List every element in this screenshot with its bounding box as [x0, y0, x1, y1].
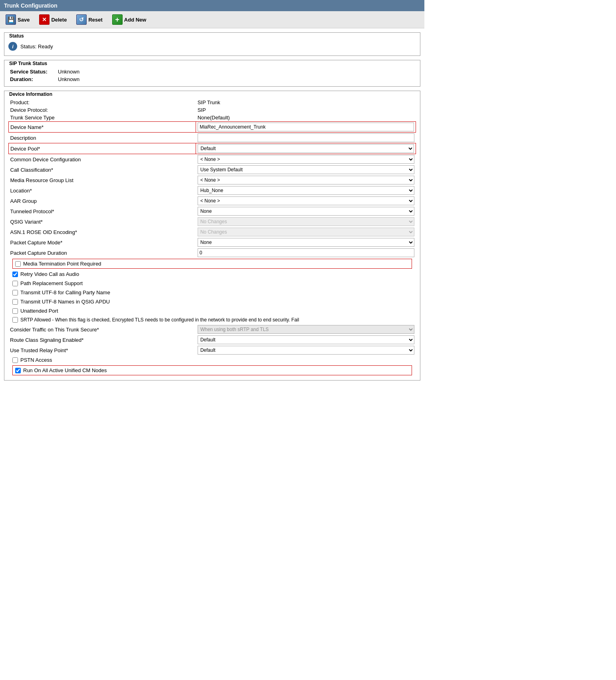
aar-group-row: AAR Group < None >	[9, 196, 416, 206]
qsig-variant-cell: No Changes	[196, 216, 416, 227]
qsig-variant-label: QSIG Variant*	[9, 216, 196, 227]
info-icon: i	[8, 42, 17, 51]
packet-capture-mode-label: Packet Capture Mode*	[9, 237, 196, 248]
trunk-service-type-value: None(Default)	[196, 114, 416, 122]
srtp-label[interactable]: SRTP Allowed - When this flag is checked…	[20, 317, 299, 323]
add-icon: +	[112, 14, 123, 25]
asn1-rose-row: ASN.1 ROSE OID Encoding* No Changes	[9, 227, 416, 237]
packet-capture-mode-cell: None	[196, 237, 416, 248]
srtp-row: SRTP Allowed - When this flag is checked…	[8, 315, 416, 324]
asn1-rose-select[interactable]: No Changes	[198, 228, 414, 236]
path-replacement-checkbox[interactable]	[12, 281, 18, 286]
packet-capture-mode-select[interactable]: None	[198, 238, 414, 247]
media-resource-row: Media Resource Group List < None >	[9, 175, 416, 185]
path-replacement-label[interactable]: Path Replacement Support	[20, 280, 83, 286]
consider-traffic-select[interactable]: When using both sRTP and TLS	[198, 325, 414, 334]
common-device-config-label: Common Device Configuration	[9, 154, 196, 165]
route-class-cell: Default	[196, 335, 416, 345]
aar-group-label: AAR Group	[9, 196, 196, 206]
use-trusted-relay-cell: Default	[196, 345, 416, 355]
packet-capture-duration-input[interactable]	[198, 248, 414, 257]
service-status-value: Unknown	[56, 68, 416, 75]
transmit-utf8-calling-checkbox[interactable]	[12, 290, 18, 295]
media-termination-label[interactable]: Media Termination Point Required	[23, 261, 101, 267]
location-select[interactable]: Hub_None	[198, 186, 414, 195]
product-row: Product: SIP Trunk	[9, 99, 416, 106]
packet-capture-duration-cell	[196, 248, 416, 258]
delete-button[interactable]: ✕ Delete	[38, 14, 68, 26]
route-class-label: Route Class Signaling Enabled*	[8, 335, 196, 345]
aar-group-select[interactable]: < None >	[198, 196, 414, 205]
retry-video-row: Retry Video Call as Audio	[8, 270, 416, 279]
consider-traffic-row: Consider Traffic on This Trunk Secure* W…	[8, 324, 416, 335]
unattended-port-checkbox[interactable]	[12, 308, 18, 314]
save-button[interactable]: 💾 Save	[4, 14, 31, 26]
reset-icon: ↺	[76, 14, 87, 25]
common-device-config-select[interactable]: < None >	[198, 155, 414, 164]
duration-label: Duration:	[8, 75, 56, 83]
use-trusted-relay-select[interactable]: Default	[198, 346, 414, 355]
qsig-variant-select[interactable]: No Changes	[198, 217, 414, 226]
product-value: SIP Trunk	[196, 99, 416, 106]
device-info-table: Product: SIP Trunk Device Protocol: SIP …	[8, 99, 416, 258]
trunk-service-type-label: Trunk Service Type	[9, 114, 196, 122]
use-trusted-relay-row: Use Trusted Relay Point* Default	[8, 345, 416, 355]
service-status-label: Service Status:	[8, 68, 56, 75]
tunneled-protocol-row: Tunneled Protocol* None	[9, 206, 416, 216]
duration-value: Unknown	[56, 75, 416, 83]
delete-icon: ✕	[39, 14, 50, 25]
reset-button[interactable]: ↺ Reset	[75, 14, 104, 26]
device-pool-cell: Default	[196, 143, 416, 154]
packet-capture-duration-label: Packet Capture Duration	[9, 248, 196, 258]
retry-video-checkbox[interactable]	[12, 272, 18, 277]
consider-traffic-cell: When using both sRTP and TLS	[196, 324, 416, 335]
device-name-input[interactable]	[198, 123, 414, 131]
run-on-all-label[interactable]: Run On All Active Unified CM Nodes	[23, 367, 107, 373]
retry-video-label[interactable]: Retry Video Call as Audio	[20, 271, 79, 277]
device-protocol-label: Device Protocol:	[9, 106, 196, 114]
add-new-button[interactable]: + Add New	[111, 14, 148, 26]
location-label: Location*	[9, 185, 196, 196]
pstn-access-label[interactable]: PSTN Access	[20, 357, 52, 363]
location-row: Location* Hub_None	[9, 185, 416, 196]
consider-traffic-label: Consider Traffic on This Trunk Secure*	[8, 324, 196, 335]
media-resource-label: Media Resource Group List	[9, 175, 196, 185]
trunk-service-type-row: Trunk Service Type None(Default)	[9, 114, 416, 122]
run-on-all-checkbox[interactable]	[15, 368, 21, 373]
qsig-variant-row: QSIG Variant* No Changes	[9, 216, 416, 227]
tunneled-protocol-label: Tunneled Protocol*	[9, 206, 196, 216]
device-pool-label: Device Pool*	[9, 143, 196, 154]
transmit-utf8-calling-row: Transmit UTF-8 for Calling Party Name	[8, 288, 416, 297]
call-classification-label: Call Classification*	[9, 165, 196, 175]
route-class-select[interactable]: Default	[198, 335, 414, 344]
unattended-port-row: Unattended Port	[8, 306, 416, 315]
description-label: Description	[9, 133, 196, 143]
common-device-config-row: Common Device Configuration < None >	[9, 154, 416, 165]
srtp-checkbox[interactable]	[12, 317, 18, 323]
description-input[interactable]	[198, 133, 414, 142]
consider-traffic-table: Consider Traffic on This Trunk Secure* W…	[8, 324, 416, 355]
packet-capture-duration-row: Packet Capture Duration	[9, 248, 416, 258]
status-section: Status i Status: Ready	[4, 32, 420, 56]
sip-trunk-status-section: SIP Trunk Status Service Status: Unknown…	[4, 60, 420, 87]
device-pool-row: Device Pool* Default	[9, 143, 416, 154]
call-classification-select[interactable]: Use System Default	[198, 165, 414, 174]
common-device-config-cell: < None >	[196, 154, 416, 165]
device-pool-select[interactable]: Default	[198, 144, 414, 153]
transmit-utf8-calling-label[interactable]: Transmit UTF-8 for Calling Party Name	[20, 289, 110, 295]
page-title: Trunk Configuration	[0, 0, 424, 11]
route-class-row: Route Class Signaling Enabled* Default	[8, 335, 416, 345]
path-replacement-row: Path Replacement Support	[8, 279, 416, 288]
duration-row: Duration: Unknown	[8, 75, 416, 83]
tunneled-protocol-select[interactable]: None	[198, 207, 414, 216]
media-resource-select[interactable]: < None >	[198, 176, 414, 184]
device-protocol-value: SIP	[196, 106, 416, 114]
media-termination-checkbox[interactable]	[15, 261, 21, 267]
save-icon: 💾	[6, 14, 16, 25]
unattended-port-label[interactable]: Unattended Port	[20, 308, 58, 314]
transmit-utf8-qsig-label[interactable]: Transmit UTF-8 Names in QSIG APDU	[20, 299, 110, 305]
pstn-access-checkbox[interactable]	[12, 357, 18, 363]
transmit-utf8-qsig-checkbox[interactable]	[12, 299, 18, 305]
device-info-title: Device Information	[8, 91, 54, 97]
service-status-row: Service Status: Unknown	[8, 68, 416, 75]
